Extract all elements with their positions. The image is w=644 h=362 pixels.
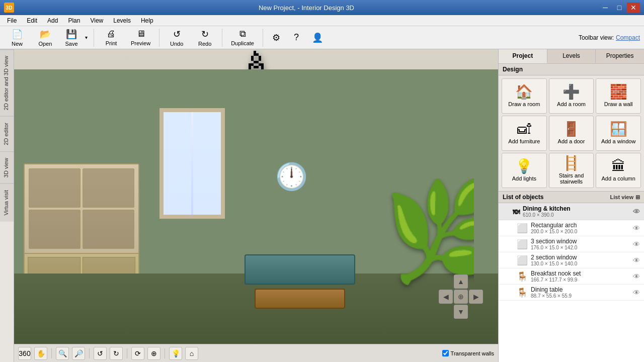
light-tool-button[interactable]: 💡 (169, 347, 182, 360)
tab-levels[interactable]: Levels (547, 49, 596, 63)
menu-item-view[interactable]: View (85, 15, 108, 26)
list-view-button[interactable]: List view ⊞ (610, 194, 640, 201)
canvas-scene[interactable]: 🕯 🕛 (14, 49, 498, 344)
design-item-add-furniture[interactable]: 🛋 Add furniture (502, 116, 547, 151)
save-button[interactable]: 💾 Save (60, 28, 83, 48)
tab-properties[interactable]: Properties (596, 49, 644, 63)
obj-item-icon: ⬜ (517, 255, 528, 266)
nav-up-button[interactable]: ▲ (454, 275, 468, 289)
redo-view-button[interactable]: ↻ (110, 347, 123, 360)
add-furniture-label: Add furniture (508, 138, 540, 144)
360-view-button[interactable]: 360 (18, 347, 31, 360)
obj-item-dims: 88.7 × 55.6 × 55.9 (531, 293, 572, 299)
menu-item-edit[interactable]: Edit (22, 15, 42, 26)
obj-item-name: 3 section window (531, 238, 577, 245)
home-view-button[interactable]: ⌂ (185, 347, 198, 360)
minimize-button[interactable]: ─ (599, 3, 612, 13)
nav-center-button[interactable]: ⊕ (454, 290, 468, 304)
toolbar-separator-2 (159, 29, 159, 47)
tab-project[interactable]: Project (499, 49, 547, 63)
preview-button[interactable]: 🖥 Preview (126, 28, 155, 48)
add-room-icon: ➕ (562, 85, 580, 99)
item-eye-icon[interactable]: 👁 (633, 273, 640, 281)
left-tabs-panel: 2D editor and 3D view2D editor3D viewVir… (0, 49, 14, 362)
menu-item-file[interactable]: File (2, 15, 22, 26)
menu-item-levels[interactable]: Levels (108, 15, 136, 26)
new-label: New (12, 41, 23, 47)
list-view-label: List view (610, 194, 633, 200)
toolbar-separator-1 (94, 29, 94, 47)
design-item-draw-room[interactable]: 🏠 Draw a room (502, 78, 547, 114)
toolbar-view-area: Toolbar view: Compact (579, 34, 640, 41)
orbit-button[interactable]: ⟳ (131, 347, 144, 360)
transparent-walls-label: Transparent walls (451, 350, 494, 356)
left-tab-2[interactable]: 3D view (0, 151, 14, 184)
nav-empty-2 (469, 275, 483, 289)
undo-button[interactable]: ↺ Undo (164, 28, 190, 48)
obj-item-name: Breakfast nook set (531, 270, 581, 277)
design-item-add-column[interactable]: 🏛 Add a column (596, 153, 641, 188)
obj-item-3-section-window[interactable]: ⬜ 3 section window 176.0 × 15.0 × 142.0 … (499, 236, 644, 252)
undo-view-button[interactable]: ↺ (94, 347, 107, 360)
help-icon: ? (294, 32, 299, 43)
add-furniture-icon: 🛋 (517, 122, 531, 136)
save-dropdown-button[interactable]: ▾ (83, 28, 90, 48)
compact-link[interactable]: Compact (616, 34, 640, 41)
nav-down-button[interactable]: ▼ (454, 305, 468, 319)
redo-button[interactable]: ↻ Redo (192, 28, 218, 48)
list-view-icon: ⊞ (635, 194, 640, 201)
obj-group-dining-&-kitchen[interactable]: 🍽 Dining & kitchen 610.0 × 390.0 👁 (499, 203, 644, 220)
canvas-toolbar-sep-3 (127, 348, 127, 358)
item-eye-icon[interactable]: 👁 (633, 224, 640, 232)
nav-right-button[interactable]: ▶ (469, 290, 483, 304)
design-item-add-lights[interactable]: 💡 Add lights (502, 153, 547, 188)
zoom-in-button[interactable]: 🔎 (72, 347, 85, 360)
pan-tool-button[interactable]: ✋ (34, 347, 47, 360)
user-icon: 👤 (312, 32, 323, 43)
toolbar-separator-4 (263, 29, 263, 47)
obj-item-rectangular-arch[interactable]: ⬜ Rectangular arch 200.0 × 15.0 × 200.0 … (499, 220, 644, 236)
nav-left-button[interactable]: ◀ (439, 290, 453, 304)
design-item-stairs[interactable]: 🪜 Stairs and stairwells (549, 153, 594, 188)
item-eye-icon[interactable]: 👁 (633, 256, 640, 264)
menu-item-plan[interactable]: Plan (63, 15, 85, 26)
transparent-walls-checkbox[interactable] (442, 350, 449, 356)
item-eye-icon[interactable]: 👁 (633, 289, 640, 297)
design-item-add-room[interactable]: ➕ Add a room (549, 78, 594, 114)
canvas-area[interactable]: 🕯 🕛 (14, 49, 498, 362)
add-window-label: Add a window (601, 138, 636, 144)
menu-bar: FileEditAddPlanViewLevelsHelp (0, 15, 644, 26)
user-button[interactable]: 👤 (307, 28, 328, 48)
menu-item-help[interactable]: Help (136, 15, 158, 26)
design-item-add-door[interactable]: 🚪 Add a door (549, 116, 594, 151)
open-button[interactable]: 📂 Open (32, 28, 58, 48)
add-lights-icon: 💡 (515, 159, 533, 173)
stairs-label: Stairs and stairwells (551, 172, 592, 185)
settings-button[interactable]: ⚙ (267, 28, 285, 48)
duplicate-label: Duplicate (231, 40, 254, 46)
design-grid: 🏠 Draw a room ➕ Add a room 🧱 Draw a wall… (499, 75, 644, 191)
close-button[interactable]: ✕ (627, 3, 640, 13)
obj-item-dims: 176.0 × 15.0 × 142.0 (531, 245, 577, 250)
menu-item-add[interactable]: Add (42, 15, 63, 26)
print-button[interactable]: 🖨 Print (98, 28, 124, 48)
obj-item-2-section-window[interactable]: ⬜ 2 section window 130.0 × 15.0 × 140.0 … (499, 252, 644, 268)
pan-button[interactable]: ⊕ (147, 347, 160, 360)
obj-item-dining-table[interactable]: 🪑 Dining table 88.7 × 55.6 × 55.9 👁 (499, 285, 644, 301)
item-eye-icon[interactable]: 👁 (633, 240, 640, 248)
left-tab-0[interactable]: 2D editor and 3D view (0, 49, 14, 116)
undo-icon: ↺ (173, 29, 181, 40)
group-eye-icon[interactable]: 👁 (633, 208, 640, 216)
obj-item-breakfast-nook-set[interactable]: 🪑 Breakfast nook set 166.7 × 117.7 × 99.… (499, 268, 644, 285)
canvas-toolbar: 360 ✋ 🔍 🔎 ↺ ↻ ⟳ ⊕ 💡 ⌂ Transparent walls (14, 344, 498, 362)
new-button[interactable]: 📄 New (4, 28, 30, 48)
zoom-out-button[interactable]: 🔍 (56, 347, 69, 360)
nav-empty-4 (469, 305, 483, 319)
restore-button[interactable]: □ (613, 3, 626, 13)
design-item-add-window[interactable]: 🪟 Add a window (596, 116, 641, 151)
left-tab-3[interactable]: Virtua visit (0, 184, 14, 222)
left-tab-1[interactable]: 2D editor (0, 116, 14, 151)
design-item-draw-wall[interactable]: 🧱 Draw a wall (596, 78, 641, 114)
duplicate-button[interactable]: ⧉ Duplicate (226, 28, 259, 48)
help-button[interactable]: ? (287, 28, 305, 48)
